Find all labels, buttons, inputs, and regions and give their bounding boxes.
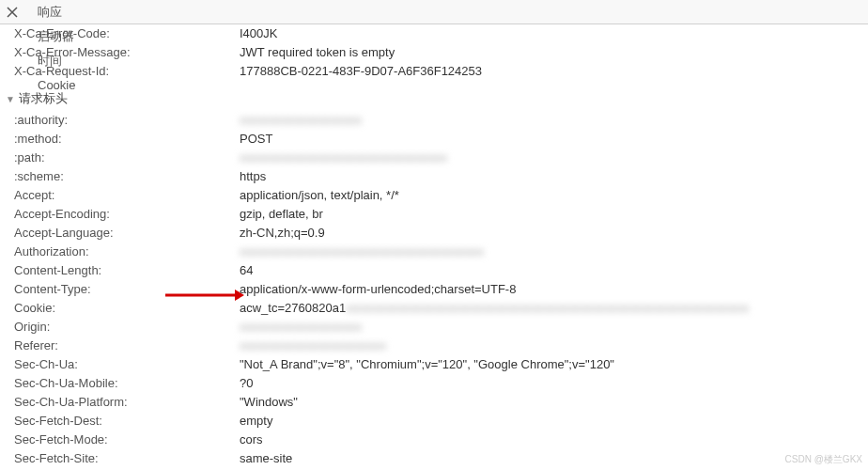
section-title: 请求标头	[19, 90, 68, 107]
header-row: Content-Type:application/x-www-form-urle…	[2, 280, 868, 299]
header-value: application/json, text/plain, */*	[240, 187, 409, 204]
header-row: Sec-Fetch-Mode:cors	[2, 431, 868, 449]
header-key: :path:	[14, 149, 240, 166]
header-row: Sec-Fetch-Dest:empty	[2, 412, 868, 431]
header-key: Content-Type:	[14, 281, 240, 298]
header-key: Sec-Ch-Ua-Platform:	[14, 394, 240, 411]
header-row: X-Ca-Error-Code:I400JK	[2, 24, 868, 43]
header-row: Sec-Ch-Ua-Mobile:?0	[2, 374, 868, 393]
header-row: Sec-Ch-Ua:"Not_A Brand";v="8", "Chromium…	[2, 355, 868, 374]
header-key: Sec-Fetch-Mode:	[14, 431, 240, 448]
header-row: Sec-Ch-Ua-Platform:"Windows"	[2, 393, 868, 412]
header-row: Content-Length:64	[2, 261, 868, 280]
headers-panel: X-Ca-Error-Code:I400JKX-Ca-Error-Message…	[0, 24, 868, 470]
header-value: acw_tc=2760820a1xxxxxxxxxxxxxxxxxxxxxxxx…	[240, 300, 758, 317]
header-row: X-Ca-Request-Id:177888CB-0221-483F-9D07-…	[2, 62, 868, 81]
watermark: CSDN @楼兰GKX	[785, 453, 862, 466]
header-row: :method:POST	[2, 130, 868, 149]
header-row: :scheme:https	[2, 167, 868, 186]
header-row: Cookie:acw_tc=2760820a1xxxxxxxxxxxxxxxxx…	[2, 299, 868, 318]
header-value: 177888CB-0221-483F-9D07-A6F36F124253	[240, 63, 491, 80]
header-row: Accept:application/json, text/plain, */*	[2, 186, 868, 205]
request-headers-section[interactable]: ▼ 请求标头	[2, 86, 868, 111]
header-value: POST	[240, 131, 282, 148]
header-key: Accept-Encoding:	[14, 206, 240, 223]
header-key: X-Ca-Error-Message:	[14, 44, 240, 61]
header-row: X-Ca-Error-Message:JWT required token is…	[2, 43, 868, 62]
header-key: X-Ca-Request-Id:	[14, 63, 240, 80]
header-row: :path:xxxxxxxxxxxxxxxxxxxxxxxxxxxxxxxxxx	[2, 149, 868, 167]
devtools-tabs: 标头载荷预览响应启动器时间Cookie	[0, 0, 868, 24]
header-key: Sec-Ch-Ua:	[14, 356, 240, 373]
header-value: xxxxxxxxxxxxxxxxxxxx	[240, 112, 371, 129]
header-value: xxxxxxxxxxxxxxxxxxxxxxxxxxxxxxxxxx	[240, 149, 457, 166]
header-row: Authorization:xxxxxxxxxxxxxxxxxxxxxxxxxx…	[2, 243, 868, 261]
header-key: :authority:	[14, 112, 240, 129]
header-value: ?0	[240, 375, 262, 392]
header-value: application/x-www-form-urlencoded;charse…	[240, 281, 525, 298]
header-key: Referer:	[14, 337, 240, 354]
header-value: xxxxxxxxxxxxxxxxxxxxxxxxxxxxxxxxxxxxxxxx	[240, 243, 493, 260]
header-value: gzip, deflate, br	[240, 206, 333, 223]
tab-3[interactable]: 响应	[24, 0, 88, 24]
header-row: Accept-Language:zh-CN,zh;q=0.9	[2, 224, 868, 243]
header-key: X-Ca-Error-Code:	[14, 25, 240, 42]
header-value: I400JK	[240, 25, 287, 42]
header-row: Referer:xxxxxxxxxxxxxxxxxxxxxxxx	[2, 337, 868, 355]
header-value: JWT required token is empty	[240, 44, 404, 61]
header-key: :scheme:	[14, 168, 240, 185]
header-key: Content-Length:	[14, 262, 240, 279]
header-value: https	[240, 168, 275, 185]
header-value: zh-CN,zh;q=0.9	[240, 225, 334, 242]
header-value: xxxxxxxxxxxxxxxxxxxxxxxx	[240, 337, 395, 354]
header-key: Authorization:	[14, 243, 240, 260]
header-key: Origin:	[14, 319, 240, 336]
header-row: Accept-Encoding:gzip, deflate, br	[2, 205, 868, 224]
header-key: Sec-Ch-Ua-Mobile:	[14, 375, 240, 392]
header-value: xxxxxxxxxxxxxxxxxxxx	[240, 319, 371, 336]
close-icon[interactable]	[0, 0, 24, 24]
header-key: Accept:	[14, 187, 240, 204]
header-row: :authority:xxxxxxxxxxxxxxxxxxxx	[2, 111, 868, 130]
header-value: "Not_A Brand";v="8", "Chromium";v="120",…	[240, 356, 624, 373]
header-key: Sec-Fetch-Dest:	[14, 413, 240, 430]
header-key: Accept-Language:	[14, 225, 240, 242]
header-value: "Windows"	[240, 394, 307, 411]
header-value: cors	[240, 431, 272, 448]
header-value: same-site	[240, 450, 302, 467]
header-value: empty	[240, 413, 282, 430]
header-key: Cookie:	[14, 300, 240, 317]
header-key: Sec-Fetch-Site:	[14, 450, 240, 467]
header-row: Sec-Fetch-Site:same-site	[2, 449, 868, 468]
header-key: :method:	[14, 131, 240, 148]
header-row: Origin:xxxxxxxxxxxxxxxxxxxx	[2, 318, 868, 337]
collapse-triangle-icon: ▼	[6, 94, 15, 104]
header-value: 64	[240, 262, 262, 279]
